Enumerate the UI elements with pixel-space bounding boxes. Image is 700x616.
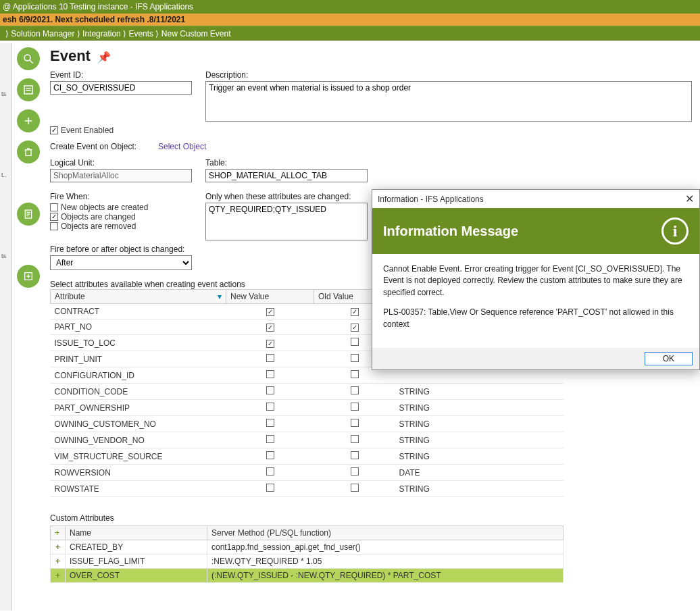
select-object-link[interactable]: Select Object: [158, 142, 206, 151]
list-button[interactable]: [17, 172, 40, 195]
attr-cell: CONTRACT: [51, 304, 226, 319]
report-button[interactable]: [17, 203, 40, 226]
breadcrumb-bar[interactable]: ⟩ Solution Manager ⟩ Integration ⟩ Event…: [0, 26, 700, 41]
attr-cell: CONDITION_CODE: [51, 384, 226, 400]
checkbox-icon: [351, 308, 359, 316]
custom-name-cell: ISSUE_FLAG_LIMIT: [66, 555, 207, 569]
only-when-attrs-field[interactable]: QTY_REQUIRED;QTY_ISSUED: [205, 203, 368, 240]
form-icon: [22, 84, 34, 96]
rail-tab-2[interactable]: t..: [1, 172, 7, 178]
event-id-label: Event ID:: [50, 70, 192, 80]
checkbox-icon: [351, 324, 359, 332]
event-enabled-checkbox[interactable]: Event Enabled: [50, 126, 114, 135]
dialog-ok-button[interactable]: OK: [645, 352, 693, 365]
form-button[interactable]: [17, 78, 40, 101]
add-column-header[interactable]: +: [51, 526, 66, 540]
checkbox-icon: [351, 354, 359, 362]
old-value-cell[interactable]: [314, 400, 395, 416]
svg-point-0: [24, 55, 30, 61]
table-row[interactable]: +ISSUE_FLAG_LIMIT:NEW.QTY_REQUIRED * 1.0…: [51, 555, 564, 569]
attr-cell: OWNING_VENDOR_NO: [51, 432, 226, 448]
attr-cell: OWNING_CUSTOMER_NO: [51, 416, 226, 432]
table-row[interactable]: OWNING_CUSTOMER_NOSTRING: [51, 416, 564, 432]
delete-button[interactable]: [17, 140, 40, 163]
fw-changed-label: Objects are changed: [61, 212, 136, 222]
col-server-method[interactable]: Server Method (PL/SQL function): [207, 526, 564, 540]
row-add-button[interactable]: +: [51, 555, 66, 569]
page-title-text: Event: [50, 47, 91, 64]
svg-rect-7: [26, 150, 31, 156]
pin-icon[interactable]: 📌: [97, 51, 111, 63]
search-button[interactable]: [17, 47, 40, 70]
attr-cell: PART_OWNERSHIP: [51, 400, 226, 416]
old-value-cell[interactable]: [314, 416, 395, 432]
table-field[interactable]: [205, 169, 368, 182]
row-add-button[interactable]: +: [51, 540, 66, 555]
new-value-cell[interactable]: [226, 481, 314, 497]
table-row[interactable]: OWNING_VENDOR_NOSTRING: [51, 432, 564, 448]
add-button[interactable]: [17, 109, 40, 132]
trash-icon: [23, 147, 34, 157]
old-value-cell[interactable]: [314, 432, 395, 448]
custom-attributes-table[interactable]: + Name Server Method (PL/SQL function) +…: [50, 525, 564, 583]
dialog-title-bar[interactable]: Information - IFS Applications ✕: [372, 190, 699, 208]
new-value-cell[interactable]: [226, 448, 314, 465]
svg-line-1: [30, 60, 33, 63]
new-value-cell[interactable]: [226, 335, 314, 351]
left-dock-rail[interactable]: ts t.. ts: [0, 43, 12, 611]
table-row[interactable]: +CREATED_BYcont1app.fnd_session_api.get_…: [51, 540, 564, 555]
col-new-value[interactable]: New Value: [226, 290, 314, 304]
new-value-cell[interactable]: [226, 432, 314, 448]
only-when-label: Only when these attributes are changed:: [205, 192, 368, 201]
table-row[interactable]: VIM_STRUCTURE_SOURCESTRING: [51, 448, 564, 465]
table-row[interactable]: CONDITION_CODESTRING: [51, 384, 564, 400]
new-value-cell[interactable]: [226, 465, 314, 481]
new-value-cell[interactable]: [226, 304, 314, 319]
type-cell: STRING: [395, 432, 564, 448]
old-value-cell[interactable]: [314, 465, 395, 481]
logical-unit-field[interactable]: [50, 169, 192, 182]
rail-tab-3[interactable]: ts: [1, 253, 6, 259]
checkbox-icon: [351, 435, 359, 443]
checkbox-icon: [50, 213, 58, 221]
checkbox-icon: [266, 467, 274, 476]
event-id-field[interactable]: [50, 81, 192, 95]
checkbox-icon: [50, 126, 58, 134]
checkbox-icon: [351, 386, 359, 394]
checkbox-icon: [266, 419, 274, 427]
old-value-cell[interactable]: [314, 448, 395, 465]
col-attribute[interactable]: Attribute▾: [51, 290, 226, 304]
new-value-cell[interactable]: [226, 416, 314, 432]
clipboard-button[interactable]: [17, 234, 40, 257]
new-panel-button[interactable]: [17, 265, 40, 288]
rail-tab-1[interactable]: ts: [1, 91, 6, 97]
description-field[interactable]: Trigger an event when material is issued…: [205, 81, 692, 122]
logical-unit-label: Logical Unit:: [50, 158, 192, 168]
table-row[interactable]: ROWSTATESTRING: [51, 481, 564, 497]
new-value-cell[interactable]: [226, 367, 314, 384]
checkbox-icon: [266, 435, 274, 443]
new-value-cell[interactable]: [226, 319, 314, 335]
checkbox-icon: [351, 467, 359, 476]
fw-changed-checkbox[interactable]: Objects are changed: [50, 212, 192, 222]
col-name[interactable]: Name: [66, 526, 207, 540]
refresh-notice-bar: esh 6/9/2021. Next scheduled refresh .8/…: [0, 14, 700, 26]
checkbox-icon: [351, 419, 359, 427]
new-value-cell[interactable]: [226, 384, 314, 400]
custom-name-cell: OVER_COST: [66, 569, 207, 583]
table-row[interactable]: ROWVERSIONDATE: [51, 465, 564, 481]
fw-created-checkbox[interactable]: New objects are created: [50, 203, 192, 212]
dialog-close-button[interactable]: ✕: [685, 192, 694, 205]
row-add-button[interactable]: +: [51, 569, 66, 583]
fw-removed-checkbox[interactable]: Objects are removed: [50, 222, 192, 231]
fire-when-label: Fire When:: [50, 192, 192, 201]
table-row[interactable]: PART_OWNERSHIPSTRING: [51, 400, 564, 416]
new-value-cell[interactable]: [226, 351, 314, 367]
checkbox-icon: [266, 354, 274, 362]
attr-cell: ROWSTATE: [51, 481, 226, 497]
old-value-cell[interactable]: [314, 481, 395, 497]
fire-before-after-select[interactable]: After: [50, 255, 192, 270]
new-value-cell[interactable]: [226, 400, 314, 416]
old-value-cell[interactable]: [314, 384, 395, 400]
table-row[interactable]: +OVER_COST(:NEW.QTY_ISSUED - :NEW.QTY_RE…: [51, 569, 564, 583]
